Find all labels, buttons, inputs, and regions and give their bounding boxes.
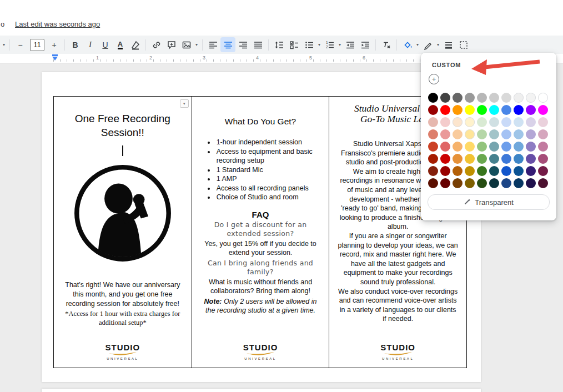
color-swatch[interactable] (453, 142, 463, 152)
highlight-color-button[interactable] (128, 37, 143, 52)
color-swatch[interactable] (465, 166, 475, 176)
color-swatch[interactable] (477, 142, 487, 152)
font-size-decrease-button[interactable]: − (13, 37, 28, 52)
color-swatch[interactable] (428, 142, 438, 152)
color-swatch[interactable] (514, 142, 524, 152)
color-swatch[interactable] (514, 166, 524, 176)
color-swatch[interactable] (489, 105, 499, 115)
color-swatch[interactable] (453, 117, 463, 127)
table-cell-menu-button[interactable]: ▾ (180, 99, 189, 108)
color-swatch[interactable] (465, 129, 475, 139)
color-swatch[interactable] (501, 129, 511, 139)
color-swatch[interactable] (477, 117, 487, 127)
font-size-input[interactable]: 11 (30, 39, 44, 51)
color-swatch[interactable] (514, 93, 524, 103)
color-swatch[interactable] (465, 117, 475, 127)
color-swatch[interactable] (501, 142, 511, 152)
color-swatch[interactable] (489, 129, 499, 139)
color-swatch[interactable] (465, 178, 475, 188)
document-page-2-edge[interactable] (42, 389, 481, 392)
color-swatch[interactable] (453, 93, 463, 103)
line-spacing-button[interactable] (272, 37, 286, 52)
add-custom-color-button[interactable]: + (429, 74, 439, 84)
fill-color-button[interactable] (400, 37, 415, 52)
table-cell-2[interactable]: What Do You Get? 1-hour independent sess… (192, 97, 330, 368)
fill-color-dropdown[interactable]: ▾ (415, 42, 420, 47)
color-swatch[interactable] (440, 166, 450, 176)
color-swatch[interactable] (465, 154, 475, 164)
color-swatch[interactable] (538, 117, 548, 127)
color-swatch[interactable] (465, 142, 475, 152)
color-swatch[interactable] (538, 142, 548, 152)
color-swatch[interactable] (526, 142, 536, 152)
color-swatch[interactable] (501, 117, 511, 127)
underline-button[interactable]: U (98, 37, 113, 52)
color-swatch[interactable] (428, 117, 438, 127)
numbered-list-dropdown[interactable]: ▾ (337, 42, 343, 47)
border-color-button[interactable] (420, 37, 435, 52)
color-swatch[interactable] (538, 93, 548, 103)
color-swatch[interactable] (428, 154, 438, 164)
transparent-button[interactable]: Transparent (428, 194, 550, 210)
singer-silhouette-image[interactable] (71, 161, 175, 268)
color-swatch[interactable] (477, 154, 487, 164)
insert-image-dropdown[interactable]: ▾ (194, 42, 199, 47)
color-swatch[interactable] (489, 154, 499, 164)
color-swatch[interactable] (526, 105, 536, 115)
color-swatch[interactable] (465, 93, 475, 103)
color-swatch[interactable] (501, 166, 511, 176)
bulleted-list-button[interactable] (301, 37, 316, 52)
color-swatch[interactable] (489, 142, 499, 152)
left-indent-marker[interactable] (52, 57, 58, 61)
color-swatch[interactable] (501, 154, 511, 164)
border-width-button[interactable] (441, 37, 456, 52)
insert-link-button[interactable] (149, 37, 164, 52)
border-color-dropdown[interactable]: ▾ (435, 42, 441, 47)
color-swatch[interactable] (501, 105, 511, 115)
text-color-button[interactable]: A (113, 37, 128, 52)
align-right-button[interactable] (235, 37, 250, 52)
color-swatch[interactable] (526, 129, 536, 139)
color-swatch[interactable] (526, 178, 536, 188)
font-size-increase-button[interactable]: + (47, 37, 62, 52)
align-center-button[interactable] (220, 37, 235, 52)
color-swatch[interactable] (453, 178, 463, 188)
table-cell-1[interactable]: ▾ One Free Recording Session!! (54, 97, 192, 368)
color-swatch[interactable] (428, 105, 438, 115)
insert-image-button[interactable] (179, 37, 194, 52)
color-swatch[interactable] (440, 129, 450, 139)
color-swatch[interactable] (489, 178, 499, 188)
decrease-indent-button[interactable] (343, 37, 358, 52)
color-swatch[interactable] (440, 117, 450, 127)
color-swatch[interactable] (538, 105, 548, 115)
color-swatch[interactable] (440, 154, 450, 164)
color-swatch[interactable] (514, 105, 524, 115)
color-swatch[interactable] (453, 105, 463, 115)
color-swatch[interactable] (526, 166, 536, 176)
color-swatch[interactable] (453, 154, 463, 164)
color-swatch[interactable] (440, 93, 450, 103)
italic-button[interactable]: I (83, 37, 98, 52)
color-swatch[interactable] (477, 178, 487, 188)
color-swatch[interactable] (501, 178, 511, 188)
color-swatch[interactable] (428, 178, 438, 188)
color-swatch[interactable] (514, 178, 524, 188)
bold-button[interactable]: B (68, 37, 83, 52)
color-swatch[interactable] (489, 117, 499, 127)
color-swatch[interactable] (477, 105, 487, 115)
numbered-list-button[interactable]: 12 (322, 37, 337, 52)
align-left-button[interactable] (205, 37, 220, 52)
bulleted-list-dropdown[interactable]: ▾ (316, 42, 322, 47)
color-swatch[interactable] (538, 166, 548, 176)
color-swatch[interactable] (526, 117, 536, 127)
color-swatch[interactable] (514, 117, 524, 127)
last-edit-link[interactable]: Last edit was seconds ago (15, 20, 100, 28)
color-swatch[interactable] (440, 142, 450, 152)
color-swatch[interactable] (440, 178, 450, 188)
checklist-button[interactable] (286, 37, 301, 52)
color-swatch[interactable] (428, 93, 438, 103)
color-swatch[interactable] (428, 129, 438, 139)
zoom-dropdown-partial[interactable]: ▾ (1, 42, 7, 47)
color-swatch[interactable] (465, 105, 475, 115)
color-swatch[interactable] (538, 154, 548, 164)
